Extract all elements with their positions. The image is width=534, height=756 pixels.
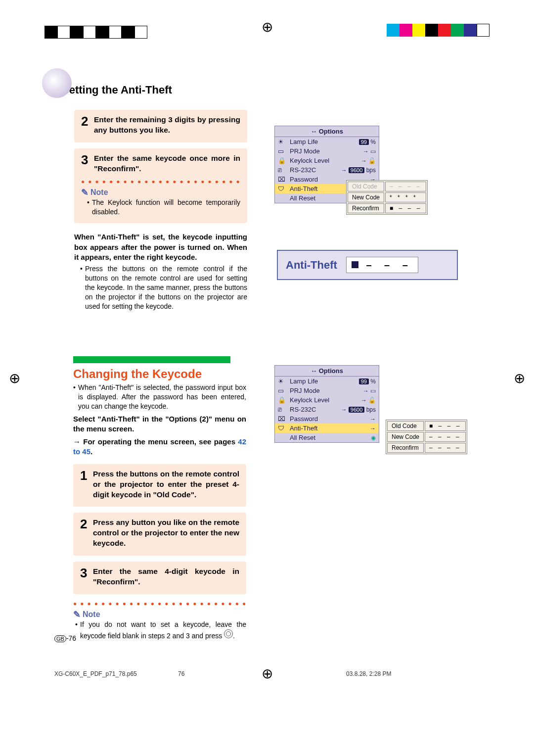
osd-row: All Reset◉ [275, 433, 379, 442]
color-swatches [387, 24, 490, 37]
step-text: Enter the remaining 3 digits by pressing… [94, 115, 240, 136]
page-number: GB-76 [54, 634, 76, 642]
step-1-box: 1 Press the buttons on the remote contro… [73, 464, 246, 507]
osd-row: ☀Lamp Life99 % [275, 377, 379, 386]
see-pages-line: → For operating the menu screen, see pag… [73, 437, 246, 457]
anti-theft-value: – – – [346, 257, 418, 273]
footer-page: 76 [178, 670, 184, 677]
footer-filename: XG-C60X_E_PDF_p71_78.p65 [54, 670, 137, 677]
step-number: 2 [80, 518, 93, 530]
changing-intro: •When "Anti-Theft" is selected, the pass… [73, 383, 246, 411]
step-2b-box: 2 Press any button you like on the remot… [73, 513, 246, 556]
enter-button-icon [224, 629, 233, 638]
crosshair-left-icon: ⊕ [9, 370, 20, 386]
step-3-box: 3 Enter the same keycode once more in "R… [74, 148, 247, 224]
step-number: 1 [80, 469, 93, 482]
decorative-sphere-icon [42, 68, 72, 98]
anti-theft-label: Anti-Theft [286, 259, 337, 272]
osd-row: 🔒Keylock Level→ 🔓 [275, 395, 379, 405]
select-anti-theft: Select "Anti-Theft" in the "Options (2)"… [73, 414, 246, 434]
osd-header: ↔ Options [275, 126, 379, 137]
osd-row: ▭PRJ Mode→ ▭ [275, 146, 379, 156]
osd-row: ▭PRJ Mode→ ▭ [275, 386, 379, 395]
code-table-1: Old Code– – – –New Code* * * *Reconfirm■… [346, 180, 428, 215]
step-number: 3 [80, 567, 93, 579]
crosshair-bottom-icon: ⊕ [262, 665, 273, 682]
osd-row: ⎚RS-232C→ 9600 bps [275, 165, 379, 175]
note-label: Note [73, 609, 246, 620]
step-text: Enter the same keycode once more in "Rec… [94, 153, 240, 174]
anti-theft-input-box: Anti-Theft – – – [277, 250, 458, 280]
note2-body: • If you do not want to set a keycode, l… [75, 620, 246, 641]
crosshair-right-icon: ⊕ [514, 370, 525, 386]
when-set-paragraph: When "Anti-Theft" is set, the keycode in… [74, 232, 247, 262]
changing-keycode-title: Changing the Keycode [73, 367, 202, 381]
green-divider-bar [73, 356, 230, 363]
step-text: Press any button you like on the remote … [93, 518, 239, 549]
crosshair-top-icon: ⊕ [262, 19, 273, 35]
note-body: •The Keylock function will become tempor… [87, 198, 240, 217]
bw-swatches [44, 26, 147, 39]
osd-row: ⌧Password→ [275, 414, 379, 424]
dots-divider: ●●●●●●●●●●●●●●●●●●●●●●●●●● [73, 600, 246, 607]
osd-row: ☀Lamp Life99 % [275, 137, 379, 146]
osd-header: ↔ Options [275, 366, 379, 377]
step-text: Enter the same 4-digit keycode in "Recon… [93, 567, 239, 587]
footer-date: 03.8.28, 2:28 PM [346, 670, 391, 677]
dots-divider: ●●●●●●●●●●●●●●●●●●●●●●●● [81, 178, 240, 185]
osd-row: 🛡Anti-Theft→ [275, 424, 379, 433]
step-3b-box: 3 Enter the same 4-digit keycode in "Rec… [73, 562, 246, 594]
note-label: Note [81, 187, 240, 198]
step-number: 2 [81, 115, 94, 128]
section-title: Setting the Anti-Theft [62, 84, 172, 96]
step-text: Press the buttons on the remote control … [93, 469, 239, 500]
osd-row: ⎚RS-232C→ 9600 bps [275, 405, 379, 414]
osd-options-panel-2: ↔ Options ☀Lamp Life99 %▭PRJ Mode→ ▭🔒Key… [274, 365, 379, 443]
step-2-box: 2 Enter the remaining 3 digits by pressi… [74, 110, 247, 142]
section-header: Setting the Anti-Theft [42, 75, 172, 105]
code-table-2: Old Code■ – – –New Code– – – –Reconfirm–… [386, 420, 467, 454]
step-number: 3 [81, 153, 94, 166]
press-buttons-bullet: •Press the buttons on the remote control… [80, 264, 247, 311]
osd-row: 🔒Keylock Level→ 🔓 [275, 156, 379, 165]
